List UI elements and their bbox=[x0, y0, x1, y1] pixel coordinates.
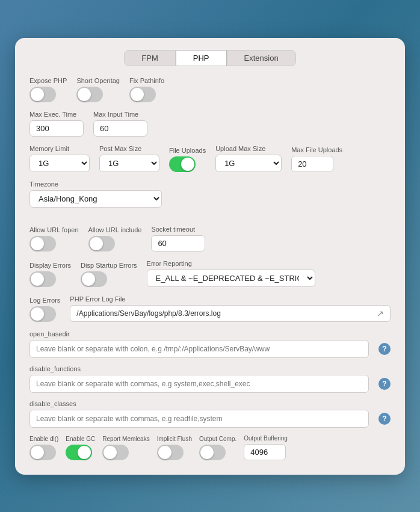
socket-timeout-field: Socket timeout bbox=[151, 215, 205, 251]
fix-pathinfo-thumb bbox=[131, 88, 144, 101]
tab-extension[interactable]: Extension bbox=[227, 50, 296, 66]
enable-dl-label: Enable dl() bbox=[29, 436, 58, 442]
allow-url-fopen-toggle[interactable] bbox=[29, 236, 56, 251]
output-comp-thumb bbox=[200, 446, 214, 459]
max-exec-input[interactable] bbox=[29, 120, 84, 137]
disp-startup-thumb bbox=[82, 273, 95, 286]
allow-url-include-toggle[interactable] bbox=[88, 236, 115, 251]
disp-startup-label: Disp Startup Errors bbox=[81, 262, 137, 269]
file-uploads-label: File Uploads bbox=[169, 147, 206, 154]
log-errors-label: Log Errors bbox=[29, 297, 60, 304]
display-errors-field: Display Errors bbox=[29, 262, 71, 287]
tab-fpm[interactable]: FPM bbox=[124, 50, 175, 66]
disable-classes-wrap bbox=[29, 410, 369, 428]
implicit-flush-toggle[interactable] bbox=[157, 445, 184, 460]
settings-panel: FPM PHP Extension Expose PHP Short Opent… bbox=[15, 38, 405, 475]
output-comp-label: Output Comp. bbox=[199, 436, 236, 442]
row-exec-time: Max Exec. Time Max Input Time bbox=[29, 111, 391, 137]
report-memleaks-toggle[interactable] bbox=[102, 445, 129, 460]
tab-bar: FPM PHP Extension bbox=[29, 50, 391, 66]
memory-limit-select[interactable]: 1G bbox=[29, 155, 90, 172]
disable-functions-help[interactable]: ? bbox=[378, 378, 391, 390]
enable-gc-toggle[interactable] bbox=[66, 445, 92, 460]
fix-pathinfo-field: Fix Pathinfo bbox=[129, 77, 164, 102]
row-display-errors: Display Errors Disp Startup Errors Error… bbox=[29, 260, 391, 287]
error-reporting-select[interactable]: E_ALL & ~E_DEPRECATED & ~E_STRICT bbox=[147, 270, 315, 287]
max-input-input[interactable] bbox=[93, 120, 147, 137]
expose-php-toggle[interactable] bbox=[29, 87, 56, 102]
enable-dl-field: Enable dl() bbox=[29, 436, 58, 460]
output-buffering-input[interactable] bbox=[244, 444, 286, 460]
enable-gc-thumb bbox=[78, 446, 91, 459]
output-comp-field: Output Comp. bbox=[199, 436, 236, 460]
enable-gc-field: Enable GC bbox=[66, 436, 95, 460]
upload-max-label: Upload Max Size bbox=[215, 145, 282, 152]
row-url-fopen: Allow URL fopen Allow URL include Socket… bbox=[29, 215, 391, 251]
report-memleaks-thumb bbox=[103, 446, 117, 459]
row-toggles-1: Expose PHP Short Opentag Fix Pathinfo bbox=[29, 77, 391, 102]
output-buffering-field: Output Buffering bbox=[244, 435, 288, 460]
max-file-uploads-label: Max File Uploads bbox=[291, 146, 342, 153]
post-max-select[interactable]: 1G bbox=[99, 155, 159, 172]
short-opentag-thumb bbox=[78, 88, 91, 101]
memory-limit-field: Memory Limit 1G bbox=[29, 145, 90, 172]
bottom-row: Enable dl() Enable GC Report Memleaks Im… bbox=[29, 435, 391, 460]
max-input-field: Max Input Time bbox=[93, 111, 147, 137]
disable-functions-label: disable_functions bbox=[29, 365, 391, 372]
php-error-log-label: PHP Error Log File bbox=[70, 295, 391, 303]
short-opentag-label: Short Opentag bbox=[76, 77, 120, 84]
allow-url-include-field: Allow URL include bbox=[88, 226, 142, 251]
max-exec-label: Max Exec. Time bbox=[29, 111, 84, 118]
implicit-flush-label: Implicit Flush bbox=[157, 436, 192, 442]
disable-classes-input[interactable] bbox=[36, 415, 362, 423]
max-exec-field: Max Exec. Time bbox=[29, 111, 84, 137]
open-basedir-input[interactable] bbox=[36, 345, 362, 353]
external-link-icon[interactable]: ↗ bbox=[377, 309, 384, 318]
disable-functions-input[interactable] bbox=[36, 380, 362, 388]
log-file-wrap: /Applications/ServBay/logs/php/8.3/error… bbox=[70, 305, 391, 322]
open-basedir-section: open_basedir ? bbox=[29, 330, 391, 358]
disable-functions-row: ? bbox=[29, 375, 391, 393]
allow-url-include-thumb bbox=[90, 237, 103, 250]
timezone-select[interactable]: Asia/Hong_Kong bbox=[29, 190, 162, 208]
open-basedir-help[interactable]: ? bbox=[378, 343, 391, 355]
post-max-label: Post Max Size bbox=[99, 145, 159, 152]
log-file-path: /Applications/ServBay/logs/php/8.3/error… bbox=[76, 309, 373, 318]
open-basedir-label: open_basedir bbox=[29, 330, 391, 338]
allow-url-fopen-field: Allow URL fopen bbox=[29, 226, 79, 251]
log-errors-toggle[interactable] bbox=[29, 306, 56, 322]
max-input-label: Max Input Time bbox=[93, 111, 147, 118]
socket-timeout-input[interactable] bbox=[151, 235, 205, 251]
disp-startup-toggle[interactable] bbox=[81, 271, 107, 287]
disp-startup-field: Disp Startup Errors bbox=[81, 262, 137, 287]
upload-max-field: Upload Max Size 1G bbox=[215, 145, 282, 172]
expose-php-field: Expose PHP bbox=[29, 77, 67, 102]
short-opentag-toggle[interactable] bbox=[76, 87, 103, 102]
timezone-label: Timezone bbox=[29, 180, 391, 188]
expose-php-thumb bbox=[31, 88, 44, 101]
file-uploads-toggle[interactable] bbox=[169, 156, 196, 172]
php-error-log-field: PHP Error Log File /Applications/ServBay… bbox=[70, 295, 391, 322]
file-uploads-field: File Uploads bbox=[169, 147, 206, 172]
tab-php[interactable]: PHP bbox=[176, 50, 227, 66]
disable-classes-help[interactable]: ? bbox=[378, 413, 391, 425]
row-log-errors: Log Errors PHP Error Log File /Applicati… bbox=[29, 295, 391, 322]
fix-pathinfo-toggle[interactable] bbox=[129, 87, 156, 102]
disable-classes-section: disable_classes ? bbox=[29, 400, 391, 428]
enable-dl-toggle[interactable] bbox=[29, 445, 56, 460]
report-memleaks-label: Report Memleaks bbox=[102, 436, 149, 442]
allow-url-include-label: Allow URL include bbox=[88, 226, 142, 233]
log-errors-field: Log Errors bbox=[29, 297, 60, 322]
allow-url-fopen-thumb bbox=[31, 237, 44, 250]
error-reporting-label: Error Reporting bbox=[147, 260, 315, 267]
report-memleaks-field: Report Memleaks bbox=[102, 436, 149, 460]
max-file-uploads-input[interactable] bbox=[291, 156, 333, 172]
output-comp-toggle[interactable] bbox=[199, 445, 226, 460]
upload-max-select[interactable]: 1G bbox=[215, 155, 282, 172]
disable-classes-row: ? bbox=[29, 410, 391, 428]
implicit-flush-field: Implicit Flush bbox=[157, 436, 192, 460]
display-errors-toggle[interactable] bbox=[29, 271, 56, 287]
display-errors-thumb bbox=[31, 273, 44, 286]
open-basedir-row: ? bbox=[29, 340, 391, 358]
display-errors-label: Display Errors bbox=[29, 262, 71, 269]
